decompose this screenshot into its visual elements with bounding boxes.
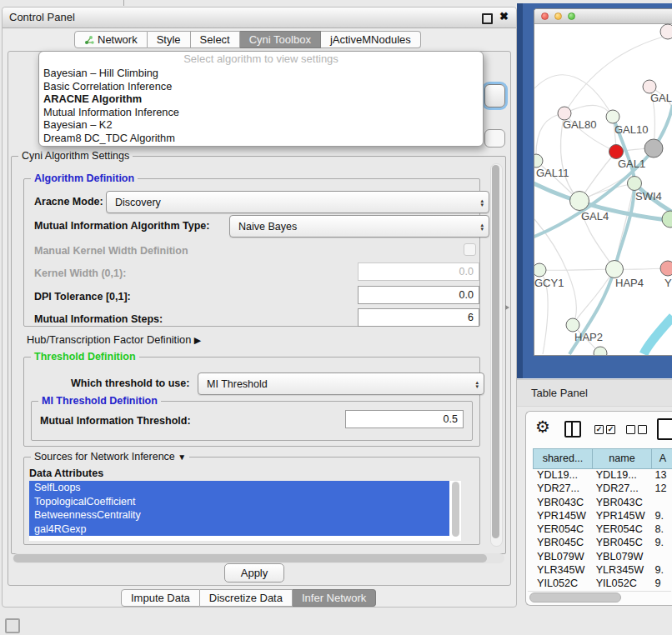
tab-style[interactable]: Style <box>148 31 191 48</box>
table-row[interactable]: YDR27...YDR27...12 <box>533 482 672 495</box>
table-horizontal-scrollbar[interactable] <box>528 591 671 602</box>
node-label: Y <box>664 277 672 289</box>
bottom-tab-bar: Impute Data Discretize Data Infer Networ… <box>121 589 376 607</box>
node-hap4[interactable] <box>606 261 624 278</box>
mi-type-label: Mutual Information Algorithm Type: <box>34 220 209 232</box>
float-window-icon[interactable] <box>482 13 493 24</box>
table-row[interactable]: YPR145WYPR145W9. <box>533 509 672 522</box>
table-row[interactable]: YBL079WYBL079W <box>533 550 672 563</box>
settings-vertical-scrollbar[interactable] <box>490 163 503 547</box>
node-label: GCY1 <box>534 277 564 289</box>
column-header[interactable]: name <box>593 449 652 468</box>
column-header[interactable]: shared... <box>534 449 593 468</box>
data-attributes-label: Data Attributes <box>29 468 103 479</box>
column-header[interactable]: A <box>652 449 672 468</box>
node-gray[interactable] <box>644 139 663 158</box>
attribute-item-selected[interactable]: gal4RGexp <box>29 522 449 537</box>
node-partial-right[interactable] <box>662 211 672 228</box>
data-attributes-list[interactable]: SelfLoops TopologicalCoefficient Between… <box>29 481 461 541</box>
dpi-tolerance-field[interactable] <box>358 286 479 304</box>
tab-select[interactable]: Select <box>191 31 240 48</box>
close-traffic-light[interactable] <box>541 12 549 20</box>
table-row[interactable]: YBR045CYBR045C9. <box>533 536 672 549</box>
node-hap2[interactable] <box>566 318 579 332</box>
dropdown-item[interactable]: Bayesian – K2 <box>39 118 483 132</box>
node-gal1-selected[interactable] <box>609 145 624 159</box>
mi-steps-field[interactable] <box>358 308 479 327</box>
scrollbar-thumb[interactable] <box>13 554 487 562</box>
tab-label: Impute Data <box>131 590 190 606</box>
network-graph[interactable]: GAL GAL80 GAL10 GAL1 GAL11 SWI4 GAL4 GCY… <box>534 23 672 355</box>
desktop-edge-shade <box>517 3 523 378</box>
list-scrollbar-thumb[interactable] <box>452 482 459 537</box>
attribute-item-selected[interactable]: TopologicalCoefficient <box>29 495 449 509</box>
network-icon <box>84 35 94 45</box>
hidden-button-sliver[interactable] <box>484 84 505 108</box>
tab-label: Infer Network <box>302 590 366 606</box>
stepper-icon: ▴▾ <box>480 198 484 207</box>
network-view-window[interactable]: GAL GAL80 GAL10 GAL1 GAL11 SWI4 GAL4 GCY… <box>534 8 672 356</box>
attribute-item-selected[interactable]: SelfLoops <box>29 481 449 495</box>
attribute-item-selected[interactable]: BetweennessCentrality <box>29 508 449 522</box>
split-columns-icon[interactable] <box>564 421 581 438</box>
zoom-traffic-light[interactable] <box>568 12 575 20</box>
table-row[interactable]: YLR345WYLR345W9. <box>533 563 672 577</box>
kernel-width-field[interactable] <box>358 262 479 281</box>
node-label: GAL <box>650 92 672 104</box>
node-partial-bottom[interactable] <box>594 347 607 355</box>
mi-type-select[interactable]: Naive Bayes ▴▾ <box>229 215 489 238</box>
node-label: GAL1 <box>618 158 645 170</box>
control-panel-titlebar[interactable]: Control Panel ✖ <box>3 8 516 28</box>
tab-network[interactable]: Network <box>74 31 148 48</box>
network-window-titlebar[interactable] <box>534 9 672 24</box>
combo-value: Naive Bayes <box>238 221 297 232</box>
node-gal10[interactable] <box>606 110 619 123</box>
table-panel-window: ⚙ ✓ ✓ shared... name A YDL19...YDL19...1… <box>525 411 672 606</box>
which-threshold-select[interactable]: MI Threshold ▴▾ <box>198 372 484 395</box>
mi-threshold-field[interactable] <box>345 410 464 428</box>
node-salmon[interactable] <box>660 261 672 276</box>
tab-cyni-toolbox[interactable]: Cyni Toolbox <box>240 31 321 48</box>
node-partial-top[interactable] <box>660 24 672 39</box>
scrollbar-thumb[interactable] <box>492 165 499 538</box>
table-row[interactable]: YBR043CYBR043C <box>533 496 672 509</box>
tab-discretize-data[interactable]: Discretize Data <box>200 589 293 607</box>
dropdown-item[interactable]: Basic Correlation Inference <box>39 80 483 93</box>
table-row[interactable]: YER054CYER054C8. <box>533 522 672 536</box>
threshold-definition-group: Threshold Definition Which threshold to … <box>23 357 480 447</box>
node-gal4[interactable] <box>570 192 589 211</box>
select-all-check-icon[interactable]: ✓ <box>606 425 615 434</box>
tab-impute-data[interactable]: Impute Data <box>121 589 200 607</box>
settings-gear-icon[interactable]: ⚙ <box>535 418 550 436</box>
algorithm-dropdown-popup: Select algorithm to view settings Bayesi… <box>38 51 484 147</box>
table-row[interactable]: YIL052CYIL052C9 <box>533 577 672 590</box>
table-row[interactable]: YDL19...YDL19...13 <box>533 468 672 482</box>
deselect-check-icon[interactable] <box>626 425 635 434</box>
tab-infer-network[interactable]: Infer Network <box>293 589 376 607</box>
dropdown-item[interactable]: Bayesian – Hill Climbing <box>39 67 483 80</box>
scrollbar-thumb[interactable] <box>529 592 621 602</box>
aracne-mode-select[interactable]: Discovery ▴▾ <box>106 191 489 213</box>
mi-threshold-label: Mutual Information Threshold: <box>40 415 191 427</box>
sources-toggle[interactable]: Sources for Network Inference ▼ <box>31 451 189 463</box>
node-swi4[interactable] <box>628 177 642 191</box>
close-icon[interactable]: ✖ <box>499 10 509 22</box>
tab-label: jActiveMNodules <box>330 32 411 48</box>
deselect-check-icon[interactable] <box>638 425 647 434</box>
hub-definition-toggle[interactable]: Hub/Transcription Factor Definition ▶ <box>27 333 201 346</box>
stepper-icon: ▴▾ <box>480 222 484 231</box>
dropdown-item[interactable]: Dream8 DC_TDC Algorithm <box>39 132 483 145</box>
tab-jactivemnodules[interactable]: jActiveMNodules <box>321 31 421 48</box>
panel-grip-icon[interactable] <box>5 618 20 633</box>
dropdown-item[interactable]: Mutual Information Inference <box>39 106 483 119</box>
manual-kernel-checkbox[interactable] <box>464 243 476 256</box>
settings-horizontal-scrollbar[interactable] <box>13 553 504 563</box>
node-gcy1[interactable] <box>534 263 546 277</box>
minimize-traffic-light[interactable] <box>554 12 562 20</box>
document-icon[interactable] <box>657 418 672 440</box>
select-all-check-icon[interactable]: ✓ <box>594 425 604 434</box>
node-label: GAL80 <box>563 118 596 131</box>
apply-button[interactable]: Apply <box>224 563 284 582</box>
dpi-tolerance-label: DPI Tolerance [0,1]: <box>34 291 131 302</box>
dropdown-item-selected[interactable]: ARACNE Algorithm <box>39 92 483 106</box>
